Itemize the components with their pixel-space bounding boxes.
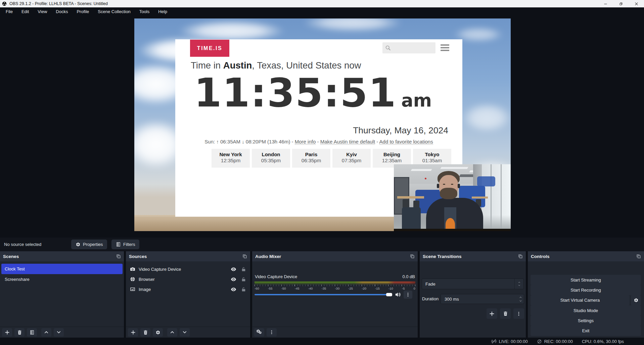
- add-favorite-link[interactable]: Add to favorite locations: [379, 139, 433, 145]
- webcam-overlay[interactable]: [394, 164, 511, 231]
- source-toolbar: No source selected Properties Filters: [0, 238, 644, 251]
- city-card-time: 01:35am: [413, 158, 451, 163]
- camera-icon: [130, 266, 135, 272]
- source-row-browser[interactable]: Browser: [126, 274, 250, 284]
- advanced-audio-button[interactable]: [254, 328, 264, 337]
- close-button[interactable]: [629, 0, 644, 7]
- meridiem: am: [401, 90, 432, 111]
- plus-icon: [5, 330, 10, 335]
- lock-icon[interactable]: [241, 287, 246, 292]
- popout-icon[interactable]: [410, 254, 415, 259]
- city-card[interactable]: New York 12:35pm: [212, 149, 250, 168]
- live-status: LIVE: 00:00:00: [491, 339, 528, 344]
- menu-item[interactable]: Help: [154, 7, 172, 16]
- eye-icon[interactable]: [231, 287, 236, 292]
- more-info-link[interactable]: More info: [295, 139, 316, 145]
- menu-item[interactable]: File: [1, 7, 17, 16]
- source-move-up-button[interactable]: [167, 328, 177, 337]
- properties-button[interactable]: Properties: [71, 240, 107, 249]
- exit-button[interactable]: Exit: [531, 326, 641, 336]
- meter-tick-label: -20: [362, 287, 366, 290]
- menu-item[interactable]: Edit: [17, 7, 33, 16]
- transition-select[interactable]: Fade: [422, 278, 524, 289]
- mixer-channel-menu-button[interactable]: [404, 291, 412, 299]
- remove-scene-button[interactable]: [14, 328, 25, 337]
- source-move-down-button[interactable]: [180, 328, 190, 337]
- mixer-level-db: 0.0 dB: [402, 274, 415, 279]
- city-card[interactable]: Paris 06:35pm: [292, 149, 330, 168]
- chevron-up-icon[interactable]: [519, 296, 522, 299]
- mixer-menu-button[interactable]: [267, 328, 277, 337]
- scene-item-screenshare[interactable]: Screenshare: [1, 274, 123, 285]
- mixer-channel-name: Video Capture Device: [255, 274, 297, 279]
- rec-status: REC: 00:00:00: [537, 339, 573, 344]
- volume-slider[interactable]: [255, 294, 387, 295]
- gear-icon: [634, 298, 639, 303]
- source-properties-button[interactable]: [153, 328, 163, 337]
- volume-meter: -60-55-50-45-40-35-30-25-20-15-10-50: [255, 282, 415, 290]
- eye-icon[interactable]: [231, 276, 236, 282]
- preview-canvas[interactable]: TIME.IS Time in Austin, Texas, United St…: [0, 16, 644, 238]
- eye-icon[interactable]: [231, 266, 236, 272]
- scene-move-down-button[interactable]: [54, 328, 64, 337]
- stream-inactive-icon: [491, 339, 497, 344]
- start-streaming-button[interactable]: Start Streaming: [531, 275, 641, 285]
- globe-icon: [130, 276, 135, 282]
- start-recording-button[interactable]: Start Recording: [531, 285, 641, 295]
- scene-item-clock-test[interactable]: Clock Test: [1, 264, 123, 274]
- current-time: 11:35:51am: [194, 73, 432, 125]
- studio-mode-button[interactable]: Studio Mode: [531, 305, 641, 315]
- menu-item[interactable]: Profile: [72, 7, 93, 16]
- speaker-icon[interactable]: [395, 292, 401, 298]
- add-scene-button[interactable]: [2, 328, 12, 337]
- make-default-link[interactable]: Make Austin time default: [320, 139, 375, 145]
- scene-filters-button[interactable]: [27, 328, 37, 337]
- city-card[interactable]: Kyiv 07:35pm: [332, 149, 371, 168]
- menu-item[interactable]: Docks: [51, 7, 72, 16]
- city-card-name: Paris: [292, 152, 330, 157]
- popout-icon[interactable]: [636, 254, 641, 259]
- timeis-logo[interactable]: TIME.IS: [190, 40, 229, 57]
- lock-icon[interactable]: [241, 277, 246, 282]
- city-card[interactable]: London 05:35pm: [252, 149, 290, 168]
- filters-button[interactable]: Filters: [111, 240, 139, 249]
- trash-icon: [143, 330, 148, 335]
- duration-spinbox[interactable]: 300 ms: [441, 294, 524, 304]
- city-name: Austin: [223, 60, 252, 71]
- minimize-button[interactable]: [598, 0, 613, 7]
- add-source-button[interactable]: [128, 328, 138, 337]
- transition-menu-button[interactable]: [513, 308, 524, 319]
- remove-source-button[interactable]: [140, 328, 150, 337]
- restore-button[interactable]: [613, 0, 629, 7]
- hamburger-menu-icon[interactable]: [441, 44, 449, 51]
- search-input[interactable]: [382, 42, 435, 53]
- meter-tick-label: -55: [268, 287, 273, 290]
- source-status-label: No source selected: [4, 238, 41, 251]
- menu-item[interactable]: Scene Collection: [93, 7, 135, 16]
- lock-icon[interactable]: [241, 267, 246, 272]
- start-virtual-camera-button[interactable]: Start Virtual Camera: [531, 295, 630, 305]
- add-transition-button[interactable]: [487, 308, 497, 319]
- city-card-name: Kyiv: [332, 152, 371, 157]
- fire-alarm: [425, 178, 426, 179]
- popout-icon[interactable]: [518, 254, 523, 259]
- remove-transition-button[interactable]: [500, 308, 511, 319]
- program-preview[interactable]: TIME.IS Time in Austin, Texas, United St…: [134, 18, 511, 231]
- volume-slider-handle[interactable]: [386, 293, 392, 296]
- trash-icon: [503, 311, 508, 316]
- scenes-panel-title: Scenes: [3, 254, 19, 259]
- menu-item[interactable]: Tools: [135, 7, 154, 16]
- popout-icon[interactable]: [242, 254, 247, 259]
- menu-item[interactable]: View: [33, 7, 51, 16]
- virtual-camera-config-button[interactable]: [631, 295, 641, 305]
- record-inactive-icon: [537, 339, 542, 344]
- settings-button[interactable]: Settings: [531, 315, 641, 326]
- chevron-down-icon[interactable]: [519, 300, 522, 302]
- popout-icon[interactable]: [116, 254, 121, 259]
- chevron-down-icon: [518, 284, 521, 287]
- audio-mixer-panel-title: Audio Mixer: [255, 254, 281, 259]
- scenes-panel: Scenes Clock Test Screenshare: [0, 251, 124, 338]
- source-row-image[interactable]: Image: [126, 284, 250, 294]
- scene-move-up-button[interactable]: [41, 328, 51, 337]
- source-row-video-capture[interactable]: Video Capture Device: [126, 264, 250, 274]
